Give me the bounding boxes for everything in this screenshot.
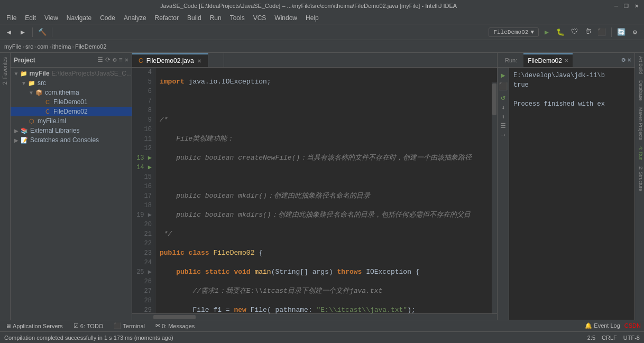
code-content[interactable]: import java.io.IOException; /* File类创建功能…: [155, 68, 497, 313]
run-settings-icon[interactable]: ⚙: [622, 56, 625, 64]
run-config-label: FileDemo02: [493, 29, 528, 35]
update-button[interactable]: 🔄: [615, 26, 627, 38]
tree-item-iml[interactable]: ▶ ⬡ myFile.iml: [11, 116, 132, 126]
tree-item-myfile[interactable]: ▼ 📁 myFile E:\IdeaProjects\JavaSE_C...: [11, 69, 132, 78]
gutter-27: 27: [132, 286, 152, 296]
tree-item-scratches[interactable]: ▶ 📝 Scratches and Consoles: [11, 135, 132, 145]
menu-analyze[interactable]: Analyze: [119, 13, 151, 23]
gutter-13: 13 ▶: [132, 153, 152, 163]
vertical-scrollbar[interactable]: [492, 82, 497, 313]
menu-file[interactable]: File: [2, 13, 21, 23]
run-filter-icon[interactable]: ☰: [500, 122, 506, 130]
run-tab-close[interactable]: ✕: [564, 58, 568, 63]
tree-path-myfile: E:\IdeaProjects\JavaSE_C...: [52, 70, 132, 77]
maximize-button[interactable]: ❐: [623, 3, 630, 10]
sidebar-options-icon[interactable]: ☰: [97, 56, 103, 64]
debug-button[interactable]: 🐛: [555, 26, 566, 38]
extlibs-icon: 📚: [20, 126, 29, 135]
close-button[interactable]: ✕: [633, 3, 640, 10]
far-right-maven[interactable]: Maven Projects: [635, 104, 644, 143]
run-config-selector[interactable]: FileDemo02 ▼: [489, 27, 539, 37]
back-button[interactable]: ◀: [3, 26, 15, 38]
menu-build[interactable]: Build: [183, 13, 206, 23]
bottom-tab-todo[interactable]: ☑ 6: TODO: [71, 322, 106, 329]
run-close-icon[interactable]: ✕: [628, 56, 631, 64]
favorites-tab[interactable]: 2: Favorites: [1, 53, 9, 89]
stop-button[interactable]: ⬛: [596, 26, 608, 38]
breadcrumb-com[interactable]: com: [37, 43, 48, 50]
run-scroll-start-icon[interactable]: ⬆: [501, 113, 505, 121]
breadcrumb-itheima[interactable]: itheima: [52, 43, 71, 50]
bottom-tab-appservers[interactable]: 🖥 Application Servers: [3, 323, 65, 329]
scrollbar-thumb[interactable]: [492, 84, 496, 115]
run-play-icon[interactable]: ▶: [500, 70, 506, 81]
event-log-label[interactable]: 🔔 Event Log: [585, 322, 620, 329]
menu-edit[interactable]: Edit: [21, 13, 40, 23]
editor-tab-filedemo02[interactable]: C FileDemo02.java ✕: [132, 53, 208, 67]
far-right-art-build[interactable]: Art Build: [635, 53, 644, 77]
gutter-16: 16: [132, 182, 152, 191]
tree-item-extlibs[interactable]: ▶ 📚 External Libraries: [11, 126, 132, 135]
far-right-structure[interactable]: 2: Structure: [635, 163, 644, 194]
run-wrap-icon[interactable]: ⇢: [501, 131, 505, 139]
menu-help[interactable]: Help: [301, 13, 323, 23]
breadcrumb-sep3: ›: [49, 43, 51, 50]
hscroll-thumb[interactable]: [153, 315, 196, 319]
breadcrumb-myfile[interactable]: myFile: [4, 43, 21, 50]
status-position[interactable]: 2:5: [587, 335, 595, 341]
tree-item-filedemo01[interactable]: ▶ C FileDemo01: [11, 97, 132, 107]
run-side-toolbar: ▶ ⬛ ↺ ⬇ ⬆ ☰ ⇢: [498, 68, 509, 320]
settings-button[interactable]: ⚙: [629, 26, 641, 38]
bottom-tab-messages[interactable]: ✉ 0: Messages: [153, 322, 197, 329]
forward-button[interactable]: ▶: [17, 26, 29, 38]
gutter-10: 10: [132, 125, 152, 134]
sidebar-close-icon[interactable]: ✕: [125, 56, 128, 64]
tree-item-filedemo02[interactable]: ▶ C FileDemo02: [11, 107, 132, 116]
far-right-database[interactable]: Database: [635, 77, 644, 104]
minimize-button[interactable]: ─: [613, 3, 620, 10]
gutter-11: 11: [132, 134, 152, 144]
code-line-9: [160, 172, 493, 182]
bottom-tab-terminal[interactable]: ⬛ Terminal: [112, 322, 147, 329]
run-tab-filedemo02[interactable]: FileDemo02 ✕: [523, 53, 573, 67]
tab-close-filedemo02[interactable]: ✕: [197, 58, 201, 64]
gutter-21: 21: [132, 229, 152, 239]
breadcrumb-filedemo02[interactable]: FileDemo02: [75, 43, 106, 50]
editor-tab-new[interactable]: [208, 53, 224, 67]
breadcrumb-src[interactable]: src: [25, 43, 33, 50]
gutter-6: 6: [132, 87, 152, 96]
tree-item-src[interactable]: ▼ 📁 src: [11, 78, 132, 88]
status-encoding[interactable]: UTF-8: [623, 335, 640, 341]
menu-window[interactable]: Window: [270, 13, 301, 23]
menu-run[interactable]: Run: [206, 13, 226, 23]
sidebar-expand-icon[interactable]: ≡: [119, 57, 123, 64]
menu-view[interactable]: View: [40, 13, 62, 23]
gutter-4: 4: [132, 68, 152, 77]
far-right-run[interactable]: 4: Run: [635, 143, 644, 164]
run-stop-icon[interactable]: ⬛: [499, 82, 508, 91]
bottom-right-controls: 🔔 Event Log CSDN: [585, 322, 641, 329]
run-restart-icon[interactable]: ↺: [500, 92, 506, 103]
coverage-button[interactable]: 🛡: [568, 26, 580, 38]
menu-vcs[interactable]: VCS: [249, 13, 271, 23]
appservers-label: Application Servers: [13, 323, 63, 329]
sidebar-sync-icon[interactable]: ⟳: [105, 56, 111, 64]
status-lineending[interactable]: CRLF: [602, 335, 617, 341]
menu-code[interactable]: Code: [96, 13, 119, 23]
menu-tools[interactable]: Tools: [226, 13, 249, 23]
toolbar: ◀ ▶ 🔨 FileDemo02 ▼ ▶ 🐛 🛡 ⏱ ⬛ 🔄 ⚙: [0, 24, 644, 40]
sidebar-gear-icon[interactable]: ⚙: [113, 56, 116, 64]
gutter-24: 24: [132, 258, 152, 267]
run-scroll-end-icon[interactable]: ⬇: [501, 104, 505, 112]
gutter-20: 20: [132, 220, 152, 229]
breadcrumb-sep1: ›: [22, 43, 24, 50]
menu-refactor[interactable]: Refactor: [151, 13, 183, 23]
tree-item-package[interactable]: ▼ 📦 com.itheima: [11, 88, 132, 97]
run-button[interactable]: ▶: [541, 26, 553, 38]
build-button[interactable]: 🔨: [36, 26, 48, 38]
tree-arrow-src: ▼: [20, 80, 27, 86]
menu-navigate[interactable]: Navigate: [62, 13, 96, 23]
horizontal-scrollbar[interactable]: [132, 313, 497, 320]
profile-button[interactable]: ⏱: [582, 26, 594, 38]
gutter-23: 23: [132, 248, 152, 258]
